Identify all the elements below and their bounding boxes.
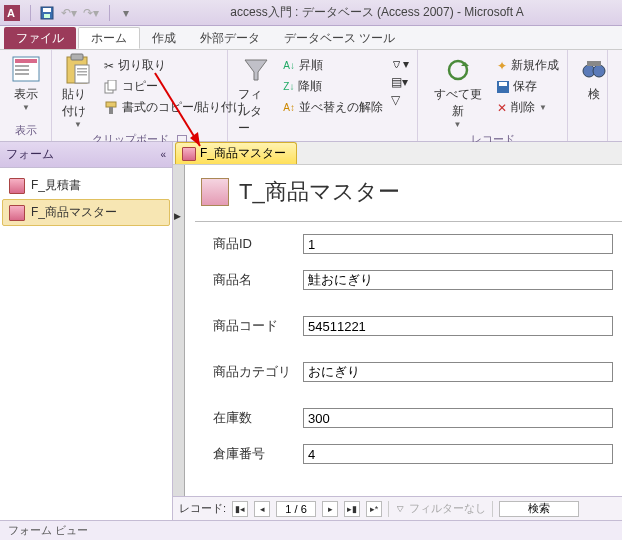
record-selector[interactable] xyxy=(173,165,185,496)
svg-rect-13 xyxy=(77,68,87,70)
view-button[interactable]: 表示 ▼ xyxy=(6,52,46,114)
undo-icon[interactable]: ↶▾ xyxy=(61,5,77,21)
copy-icon xyxy=(104,80,118,94)
save-icon xyxy=(497,81,509,93)
find-button[interactable]: 検 xyxy=(574,52,614,105)
field-product-code[interactable] xyxy=(303,316,613,336)
tab-external-data[interactable]: 外部データ xyxy=(188,27,272,49)
label-product-name: 商品名 xyxy=(213,271,303,289)
selection-filter-button[interactable]: 🜄▾ xyxy=(389,56,411,72)
group-records: すべて更新 ▼ ✦ 新規作成 保存 ✕ 削除▼ レコード xyxy=(418,50,568,141)
chevron-down-icon: ▼ xyxy=(74,120,82,129)
nav-item-estimate-form[interactable]: F_見積書 xyxy=(2,172,170,199)
cut-button[interactable]: ✂ 切り取り xyxy=(102,56,247,75)
ribbon-tabs: ファイル ホーム 作成 外部データ データベース ツール xyxy=(0,26,622,50)
form-logo-icon xyxy=(201,178,229,206)
save-record-button[interactable]: 保存 xyxy=(495,77,561,96)
tab-file[interactable]: ファイル xyxy=(4,27,76,49)
svg-rect-8 xyxy=(15,69,29,71)
new-record-nav-button[interactable]: ▸* xyxy=(366,501,382,517)
label-stock: 在庫数 xyxy=(213,409,303,427)
svg-rect-4 xyxy=(44,14,50,18)
paste-button[interactable]: 貼り付け ▼ xyxy=(58,52,98,131)
collapse-icon[interactable]: « xyxy=(160,149,166,160)
refresh-icon xyxy=(442,54,474,86)
copy-button[interactable]: コピー xyxy=(102,77,247,96)
delete-record-button[interactable]: ✕ 削除▼ xyxy=(495,98,561,117)
chevron-down-icon: ▼ xyxy=(22,103,30,112)
field-product-name[interactable] xyxy=(303,270,613,290)
svg-rect-11 xyxy=(71,54,83,60)
nav-header[interactable]: フォーム « xyxy=(0,142,172,168)
label-warehouse: 倉庫番号 xyxy=(213,445,303,463)
brush-icon xyxy=(104,101,118,115)
svg-point-26 xyxy=(593,65,605,77)
quick-access-toolbar: A ↶▾ ↷▾ ▾ xyxy=(4,5,136,21)
ribbon: 表示 ▼ 表示 貼り付け ▼ ✂ 切り取り コピー xyxy=(0,50,622,142)
form-surface: T_商品マスター 商品ID 商品名 商品コード 商品カテゴリ 在庫数 倉庫番号 xyxy=(173,164,622,496)
refresh-all-button[interactable]: すべて更新 ▼ xyxy=(424,52,491,131)
group-clipboard: 貼り付け ▼ ✂ 切り取り コピー 書式のコピー/貼り付け クリップボード xyxy=(52,50,228,141)
svg-rect-19 xyxy=(109,107,113,114)
svg-rect-27 xyxy=(587,61,601,66)
tab-create[interactable]: 作成 xyxy=(140,27,188,49)
app-icon: A xyxy=(4,5,20,21)
qat-customize-icon[interactable]: ▾ xyxy=(118,5,134,21)
field-product-id[interactable] xyxy=(303,234,613,254)
title-bar: A ↶▾ ↷▾ ▾ access入門 : データベース (Access 2007… xyxy=(0,0,622,26)
group-find: 検 xyxy=(568,50,608,141)
sort-asc-button[interactable]: A↓ 昇順 xyxy=(281,56,385,75)
nav-item-product-master-form[interactable]: F_商品マスター xyxy=(2,199,170,226)
form-area: F_商品マスター T_商品マスター 商品ID 商品名 商品コード 商品カテゴリ … xyxy=(173,142,622,520)
work-area: フォーム « F_見積書 F_商品マスター F_商品マスター xyxy=(0,142,622,520)
new-icon: ✦ xyxy=(497,59,507,73)
svg-rect-15 xyxy=(77,74,87,76)
last-record-button[interactable]: ▸▮ xyxy=(344,501,360,517)
svg-text:A: A xyxy=(7,7,15,19)
filter-toggle-icon: ▽ xyxy=(391,93,400,107)
no-filter-indicator: 🜄 フィルターなし xyxy=(395,501,486,516)
tab-database-tools[interactable]: データベース ツール xyxy=(272,27,407,49)
form-tab-product-master[interactable]: F_商品マスター xyxy=(175,142,297,164)
nav-list: F_見積書 F_商品マスター xyxy=(0,168,172,230)
form-tabstrip: F_商品マスター xyxy=(173,142,622,164)
form-header: T_商品マスター xyxy=(195,171,622,222)
prev-record-button[interactable]: ◂ xyxy=(254,501,270,517)
form-object-icon xyxy=(9,205,25,221)
paste-icon xyxy=(62,54,94,86)
field-warehouse[interactable] xyxy=(303,444,613,464)
advanced-filter-button[interactable]: ▤▾ xyxy=(389,74,411,90)
sort-desc-button[interactable]: Z↓ 降順 xyxy=(281,77,385,96)
status-text: フォーム ビュー xyxy=(8,523,88,538)
funnel-icon xyxy=(240,54,272,86)
format-painter-button[interactable]: 書式のコピー/貼り付け xyxy=(102,98,247,117)
search-box[interactable] xyxy=(499,501,579,517)
binoculars-icon xyxy=(578,54,610,86)
record-position-input[interactable] xyxy=(276,501,316,517)
record-navigator: レコード: ▮◂ ◂ ▸ ▸▮ ▸* 🜄 フィルターなし xyxy=(173,496,622,520)
filter-button[interactable]: フィルター xyxy=(234,52,277,139)
clear-sort-button[interactable]: A↕ 並べ替えの解除 xyxy=(281,98,385,117)
field-category[interactable] xyxy=(303,362,613,382)
first-record-button[interactable]: ▮◂ xyxy=(232,501,248,517)
new-record-button[interactable]: ✦ 新規作成 xyxy=(495,56,561,75)
sort-asc-icon: A↓ xyxy=(283,60,295,71)
svg-rect-6 xyxy=(15,59,37,63)
status-bar: フォーム ビュー xyxy=(0,520,622,540)
svg-rect-17 xyxy=(108,80,116,90)
filter-selection-icon: 🜄▾ xyxy=(391,57,409,71)
svg-rect-3 xyxy=(43,8,51,12)
tab-home[interactable]: ホーム xyxy=(78,27,140,49)
label-product-id: 商品ID xyxy=(213,235,303,253)
redo-icon[interactable]: ↷▾ xyxy=(83,5,99,21)
group-sort-filter: フィルター A↓ 昇順 Z↓ 降順 A↕ 並べ替えの解除 🜄▾ ▤▾ xyxy=(228,50,418,141)
scissors-icon: ✂ xyxy=(104,59,114,73)
form-object-icon xyxy=(182,147,196,161)
toggle-filter-button[interactable]: ▽ xyxy=(389,92,411,108)
field-stock[interactable] xyxy=(303,408,613,428)
svg-rect-18 xyxy=(106,102,116,107)
next-record-button[interactable]: ▸ xyxy=(322,501,338,517)
chevron-down-icon: ▼ xyxy=(454,120,462,129)
recnav-label: レコード: xyxy=(179,501,226,516)
save-icon[interactable] xyxy=(39,5,55,21)
